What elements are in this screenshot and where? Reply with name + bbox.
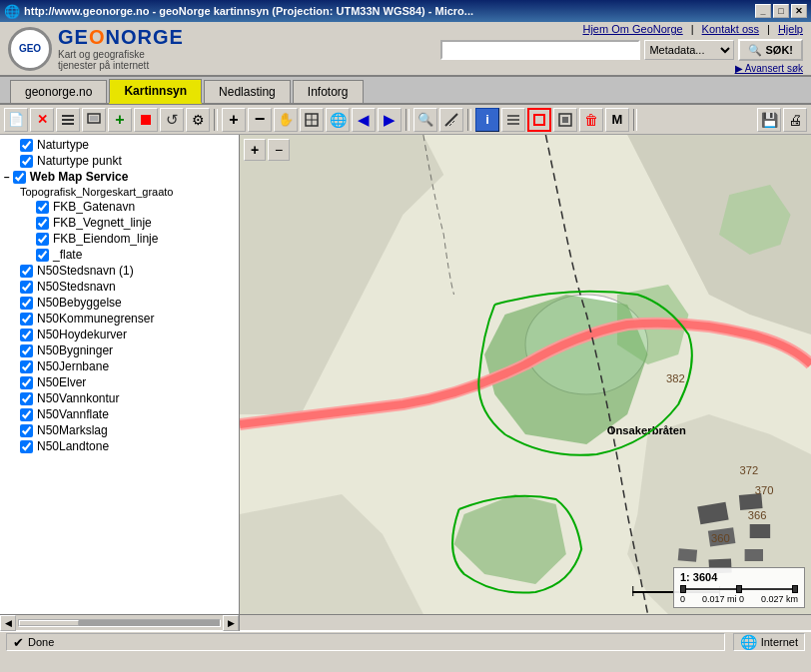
print-layout-button[interactable] bbox=[82, 108, 106, 132]
list-button[interactable] bbox=[501, 108, 525, 132]
layers-button[interactable] bbox=[56, 108, 80, 132]
svg-text:372: 372 bbox=[740, 464, 759, 476]
select2-button[interactable] bbox=[553, 108, 577, 132]
layer-item-flate[interactable]: _flate bbox=[0, 247, 239, 263]
n50-stednavn-checkbox[interactable] bbox=[20, 281, 33, 294]
svg-rect-34 bbox=[745, 549, 763, 561]
close-doc-button[interactable]: ✕ bbox=[30, 108, 54, 132]
hscroll-track[interactable] bbox=[18, 619, 221, 627]
separator-3 bbox=[467, 109, 471, 131]
layer-item-n50-stednavn1[interactable]: N50Stedsnavn (1) bbox=[0, 263, 239, 279]
fkb-vegnett-label: FKB_Vegnett_linje bbox=[53, 216, 152, 230]
globe-button[interactable]: 🌐 bbox=[326, 108, 350, 132]
naturtype-checkbox[interactable] bbox=[20, 139, 33, 152]
n50-vannkontur-checkbox[interactable] bbox=[20, 392, 33, 405]
n50-kommunegrenser-checkbox[interactable] bbox=[20, 313, 33, 326]
status-panel-internet: 🌐 Internet bbox=[733, 633, 805, 651]
tab-geonorge[interactable]: geonorge.no bbox=[10, 80, 107, 103]
n50-bygninger-checkbox[interactable] bbox=[20, 344, 33, 357]
save-button[interactable]: 💾 bbox=[757, 108, 781, 132]
map-zoom-in-button[interactable]: + bbox=[244, 139, 266, 161]
layer-item-n50-vannkontur[interactable]: N50Vannkontur bbox=[0, 390, 239, 406]
metadata-dropdown[interactable]: Metadata... bbox=[644, 40, 734, 60]
layer-item-n50-bygninger[interactable]: N50Bygninger bbox=[0, 342, 239, 358]
layer-item-naturtype[interactable]: Naturtype bbox=[0, 137, 239, 153]
print-button[interactable]: 🖨 bbox=[783, 108, 807, 132]
maximize-button[interactable]: □ bbox=[773, 4, 789, 18]
tab-nedlasting[interactable]: Nedlasting bbox=[204, 80, 291, 103]
layer-item-n50-stednavn[interactable]: N50Stedsnavn bbox=[0, 279, 239, 295]
hscroll-left-button[interactable]: ◀ bbox=[0, 615, 16, 631]
hscroll-thumb[interactable] bbox=[19, 620, 79, 626]
tab-kartinnsyn[interactable]: Kartinnsyn bbox=[109, 79, 202, 104]
layer-item-naturtype-punkt[interactable]: Naturtype punkt bbox=[0, 153, 239, 169]
layer-item-n50-vannflate[interactable]: N50Vannflate bbox=[0, 406, 239, 422]
new-button[interactable]: 📄 bbox=[4, 108, 28, 132]
fkb-eiendom-checkbox[interactable] bbox=[36, 233, 49, 246]
layer-item-n50-markslag[interactable]: N50Markslag bbox=[0, 422, 239, 438]
tab-infotorg[interactable]: Infotorg bbox=[293, 80, 364, 103]
wms-checkbox[interactable] bbox=[13, 171, 26, 184]
map-nav-overlay: + − bbox=[244, 139, 290, 161]
refresh-button[interactable]: ↺ bbox=[160, 108, 184, 132]
advanced-search-link[interactable]: ▶ Avansert søk bbox=[735, 63, 803, 74]
info-button[interactable]: i bbox=[475, 108, 499, 132]
status-text: Done bbox=[28, 636, 54, 648]
wms-expand-icon[interactable]: − bbox=[4, 172, 10, 183]
layer-item-fkb-vegnett[interactable]: FKB_Vegnett_linje bbox=[0, 215, 239, 231]
toplink-hjelp[interactable]: Hjelp bbox=[778, 23, 803, 35]
map-svg: 382 372 370 366 360 Onsakerbråten bbox=[240, 135, 811, 614]
hscroll-right-button[interactable]: ▶ bbox=[223, 615, 239, 631]
layer-item-n50-jernbane[interactable]: N50Jernbane bbox=[0, 358, 239, 374]
zoom-in-button[interactable]: + bbox=[222, 108, 246, 132]
status-icon: ✔ bbox=[13, 635, 24, 650]
layer-subgroup-topografisk[interactable]: Topografisk_Norgeskart_graato bbox=[0, 185, 220, 199]
title-bar: 🌐 http://www.geonorge.no - geoNorge kart… bbox=[0, 0, 811, 22]
select-rect-button[interactable] bbox=[527, 108, 551, 132]
close-button[interactable]: ✕ bbox=[791, 4, 807, 18]
toplink-hjem[interactable]: Hjem Om GeoNorge bbox=[582, 23, 682, 35]
stop-button[interactable] bbox=[134, 108, 158, 132]
n50-markslag-checkbox[interactable] bbox=[20, 424, 33, 437]
add-layer-button[interactable]: + bbox=[108, 108, 132, 132]
fkb-vegnett-checkbox[interactable] bbox=[36, 217, 49, 230]
n50-elver-checkbox[interactable] bbox=[20, 376, 33, 389]
pan-button[interactable]: ✋ bbox=[274, 108, 298, 132]
zoom-out-button[interactable]: − bbox=[248, 108, 272, 132]
flate-checkbox[interactable] bbox=[36, 249, 49, 262]
map-view[interactable]: 382 372 370 366 360 Onsakerbråten 1: 360… bbox=[240, 135, 811, 614]
back-button[interactable]: ◀ bbox=[352, 108, 376, 132]
fkb-gatenavn-checkbox[interactable] bbox=[36, 201, 49, 214]
settings-button[interactable]: ⚙ bbox=[186, 108, 210, 132]
marker-button[interactable]: M bbox=[605, 108, 629, 132]
layer-item-fkb-gatenavn[interactable]: FKB_Gatenavn bbox=[0, 199, 239, 215]
n50-jernbane-checkbox[interactable] bbox=[20, 360, 33, 373]
minimize-button[interactable]: _ bbox=[755, 4, 771, 18]
n50-vannflate-checkbox[interactable] bbox=[20, 408, 33, 421]
n50-landtone-checkbox[interactable] bbox=[20, 440, 33, 453]
layer-item-n50-bebyggelse[interactable]: N50Bebyggelse bbox=[0, 295, 239, 311]
logo-o: O bbox=[89, 26, 106, 48]
horizontal-scrollbar[interactable]: ◀ ▶ bbox=[0, 614, 811, 630]
delete-layer-button[interactable]: 🗑 bbox=[579, 108, 603, 132]
layer-item-n50-kommunegrenser[interactable]: N50Kommunegrenser bbox=[0, 311, 239, 327]
layer-item-fkb-eiendom[interactable]: FKB_Eiendom_linje bbox=[0, 231, 239, 247]
logo-tagline-2: tjenester på internett bbox=[58, 60, 184, 71]
n50-hoydekurver-checkbox[interactable] bbox=[20, 329, 33, 341]
search-button[interactable]: 🔍 SØK! bbox=[738, 39, 803, 61]
layer-item-n50-landtone[interactable]: N50Landtone bbox=[0, 438, 239, 454]
search-input[interactable] bbox=[440, 40, 640, 60]
zoom-extent-button[interactable] bbox=[300, 108, 324, 132]
layer-group-wms[interactable]: − Web Map Service bbox=[0, 169, 239, 185]
map-zoom-out-button[interactable]: − bbox=[268, 139, 290, 161]
forward-button[interactable]: ▶ bbox=[378, 108, 402, 132]
toplink-kontakt[interactable]: Kontakt oss bbox=[702, 23, 759, 35]
n50-bebyggelse-checkbox[interactable] bbox=[20, 297, 33, 310]
window-title: http://www.geonorge.no - geoNorge kartin… bbox=[24, 5, 755, 17]
layer-item-n50-hoydekurver[interactable]: N50Hoydekurver bbox=[0, 327, 239, 342]
layer-item-n50-elver[interactable]: N50Elver bbox=[0, 374, 239, 390]
find-button[interactable]: 🔍 bbox=[413, 108, 437, 132]
measure-button[interactable] bbox=[439, 108, 463, 132]
n50-stednavn1-checkbox[interactable] bbox=[20, 265, 33, 278]
naturtype-punkt-checkbox[interactable] bbox=[20, 155, 33, 168]
